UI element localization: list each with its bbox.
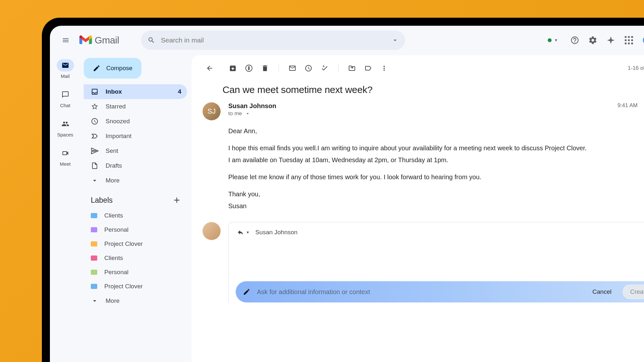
labels-button[interactable]: [361, 61, 375, 75]
nav-sent[interactable]: Sent: [84, 144, 187, 158]
labels-more[interactable]: More: [84, 293, 187, 308]
help-icon: [570, 36, 579, 45]
sender-name: Susan Johnson: [228, 102, 610, 110]
label-name: Clients: [104, 255, 123, 262]
cancel-button[interactable]: Cancel: [588, 286, 616, 298]
sender-avatar[interactable]: SJ: [203, 102, 221, 120]
main-menu-button[interactable]: [58, 32, 73, 48]
nav-drafts[interactable]: Drafts: [84, 158, 187, 173]
archive-button[interactable]: [226, 61, 240, 75]
device-frame: Gmail ▼: [42, 18, 644, 362]
move-folder-icon: [348, 64, 356, 72]
email-subject: Can we meet sometime next week?: [223, 84, 373, 95]
move-to-button[interactable]: [345, 61, 359, 75]
caret-down-icon: ▼: [554, 38, 558, 42]
settings-button[interactable]: [588, 36, 597, 45]
label-name: Clients: [104, 212, 123, 219]
inbox-icon: [91, 88, 99, 96]
rail-label: Chat: [60, 103, 71, 108]
rail-mail[interactable]: Mail: [57, 59, 74, 79]
nav-label: Sent: [106, 147, 118, 154]
rail-label: Mail: [61, 73, 70, 79]
message-time: 9:41 AM: [618, 102, 638, 109]
reply-composer[interactable]: ▼ Susan Johnson Cancel Create: [228, 222, 644, 302]
body-line: I hope this email finds you well.I am wr…: [228, 143, 644, 153]
trash-icon: [261, 64, 269, 72]
subject-row: Can we meet sometime next week?: [192, 81, 644, 101]
label-item[interactable]: Project Clover: [84, 279, 187, 293]
create-button[interactable]: Create: [622, 284, 644, 299]
meet-icon: [62, 149, 69, 157]
label-item[interactable]: Clients: [84, 209, 187, 223]
gmail-m-icon: [79, 35, 92, 45]
message-body: Dear Ann, I hope this email finds you we…: [228, 120, 644, 211]
google-apps-button[interactable]: [624, 36, 633, 45]
chevron-down-icon: [91, 177, 99, 184]
app-rail: Mail Chat Spaces Meet: [50, 55, 80, 362]
nav-starred[interactable]: Starred: [84, 99, 187, 114]
search-input[interactable]: [161, 36, 386, 44]
chevron-down-icon[interactable]: [245, 111, 251, 116]
chevron-down-icon: [91, 297, 99, 305]
chat-icon: [62, 91, 69, 98]
nav-label: More: [106, 177, 119, 184]
clock-icon: [91, 117, 99, 125]
add-task-icon: [321, 64, 328, 72]
reply-icon: [237, 229, 244, 236]
status-indicator[interactable]: ▼: [545, 36, 561, 44]
body-line: Please let me know if any of those times…: [228, 172, 644, 182]
label-color-swatch: [91, 255, 97, 261]
label-item[interactable]: Clients: [84, 251, 187, 265]
body-line: Susan: [228, 201, 644, 211]
body-line: Dear Ann,: [228, 126, 644, 136]
gemini-button[interactable]: [606, 36, 615, 45]
email-message: SJ Susan Johnson to me 9:41 AM: [192, 101, 644, 213]
labels-header: Labels: [84, 188, 187, 209]
label-name: Project Clover: [104, 240, 143, 247]
label-color-swatch: [91, 227, 97, 232]
snooze-button[interactable]: [301, 61, 316, 75]
search-options-icon[interactable]: [392, 37, 399, 44]
nav-label: Starred: [106, 103, 126, 110]
nav-important[interactable]: Important: [84, 129, 187, 144]
rail-chat[interactable]: Chat: [57, 88, 74, 108]
delete-button[interactable]: [258, 61, 272, 75]
body-line: Thank you,: [228, 189, 644, 199]
archive-icon: [229, 64, 237, 72]
reply-type-selector[interactable]: ▼: [237, 229, 250, 236]
label-color-swatch: [91, 213, 97, 218]
nav-more[interactable]: More: [84, 173, 187, 188]
my-avatar[interactable]: [203, 222, 221, 240]
support-button[interactable]: [570, 36, 579, 45]
label-item[interactable]: Personal: [84, 223, 187, 237]
rail-spaces[interactable]: Spaces: [57, 118, 74, 137]
hamburger-icon: [62, 36, 70, 44]
ai-prompt-input[interactable]: [257, 288, 582, 296]
label-item[interactable]: Personal: [84, 265, 187, 279]
spam-button[interactable]: [242, 61, 256, 75]
mark-unread-button[interactable]: [285, 61, 299, 75]
back-button[interactable]: [203, 61, 217, 75]
nav-label: Snoozed: [106, 118, 130, 125]
gmail-wordmark: Gmail: [95, 35, 119, 46]
reply-to-name: Susan Johnson: [255, 229, 298, 236]
send-icon: [91, 147, 99, 155]
add-label-button[interactable]: [172, 196, 181, 205]
compose-button[interactable]: Compose: [84, 58, 141, 79]
label-icon: [364, 64, 372, 72]
gmail-logo: Gmail: [79, 35, 119, 46]
google-logo: Go: [642, 35, 644, 46]
reply-block: ▼ Susan Johnson Cancel Create: [203, 222, 644, 302]
nav-inbox[interactable]: Inbox 4: [84, 84, 187, 99]
label-item[interactable]: Project Clover: [84, 237, 187, 251]
search-bar[interactable]: [141, 31, 405, 50]
nav-snoozed[interactable]: Snoozed: [84, 114, 187, 129]
rail-meet[interactable]: Meet: [57, 147, 74, 167]
message-pane: 1-16 of 16 Can we meet sometime next wee…: [192, 55, 644, 362]
more-button[interactable]: [377, 61, 391, 75]
labels-list: ClientsPersonalProject CloverClientsPers…: [84, 209, 187, 293]
folder-nav: Inbox 4 Starred Snoozed Important: [84, 84, 187, 188]
labels-title: Labels: [91, 196, 113, 205]
compose-label: Compose: [106, 65, 132, 72]
add-task-button[interactable]: [317, 61, 332, 75]
